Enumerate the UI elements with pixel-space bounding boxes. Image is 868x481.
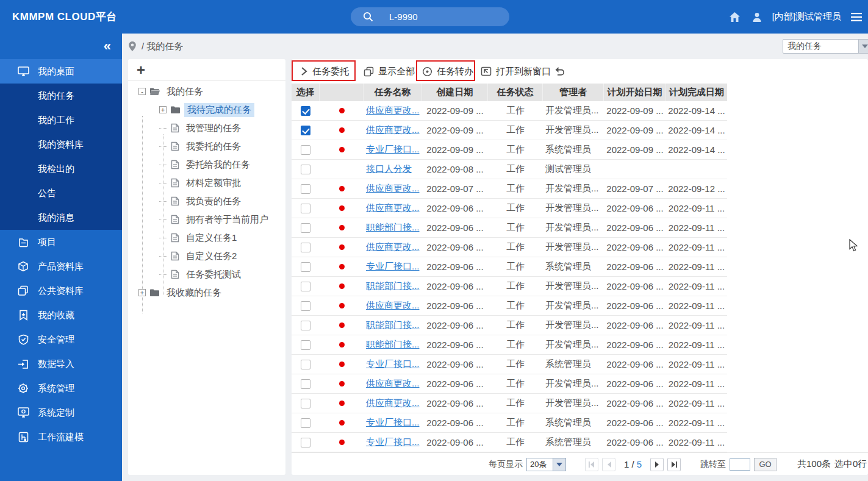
tree-node-8[interactable]: 自定义任务1 — [128, 229, 285, 247]
sidebar-item-11[interactable]: 安全管理 — [0, 327, 122, 352]
toolbar-button-任务委托[interactable]: 任务委托 — [300, 59, 349, 84]
tree-connector — [159, 219, 167, 220]
sidebar-item-6[interactable]: 我的消息 — [0, 205, 122, 230]
tree-node-10[interactable]: 任务委托测试 — [128, 265, 285, 283]
task-name-link[interactable]: 供应商更改... — [366, 124, 420, 136]
doc-icon — [171, 160, 179, 169]
task-name-link[interactable]: 接口人分发 — [366, 163, 412, 175]
tree-node-9[interactable]: 自定义任务2 — [128, 247, 285, 265]
tree-node-1[interactable]: +我待完成的任务 — [128, 101, 285, 119]
row-checkbox[interactable] — [301, 399, 310, 408]
task-name-link[interactable]: 供应商更改... — [366, 241, 420, 253]
task-name-link[interactable]: 供应商更改... — [366, 105, 420, 116]
sidebar-item-3[interactable]: 我的资料库 — [0, 132, 122, 157]
doc-icon — [171, 141, 179, 151]
row-checkbox[interactable] — [301, 165, 310, 174]
plan-start-cell: 2022-09-07 ... — [604, 179, 666, 198]
tree-node-7[interactable]: 拥有者等于当前用户 — [128, 210, 285, 229]
task-name-link[interactable]: 职能部门接... — [366, 222, 420, 233]
row-checkbox[interactable] — [301, 301, 310, 311]
column-header-1 — [320, 84, 364, 101]
sidebar-item-0[interactable]: 我的桌面 — [0, 59, 122, 84]
jump-to-input[interactable] — [730, 458, 750, 471]
task-name-link[interactable]: 供应商更改... — [366, 397, 420, 409]
created-date-cell: 2022-09-06 ... — [422, 335, 488, 354]
menu-icon[interactable] — [850, 10, 863, 24]
per-page-select[interactable]: 20条 — [526, 458, 553, 471]
row-checkbox[interactable] — [301, 418, 310, 428]
view-select-dropdown-button[interactable] — [858, 40, 868, 53]
first-page-button[interactable] — [585, 458, 598, 471]
sidebar-item-2[interactable]: 我的工作 — [0, 108, 122, 132]
row-checkbox[interactable] — [301, 126, 310, 135]
row-checkbox[interactable] — [301, 223, 310, 233]
row-checkbox[interactable] — [301, 321, 310, 330]
sidebar-item-9[interactable]: 公共资料库 — [0, 279, 122, 303]
view-select[interactable]: 我的任务 — [783, 39, 868, 54]
shield-icon — [17, 333, 29, 346]
task-name-link[interactable]: 职能部门接... — [366, 319, 420, 331]
toolbar-button-undo[interactable] — [554, 59, 565, 84]
row-checkbox[interactable] — [301, 243, 310, 252]
tree-node-2[interactable]: 我管理的任务 — [128, 119, 285, 137]
tree-node-6[interactable]: 我负责的任务 — [128, 192, 285, 210]
sidebar-item-1[interactable]: 我的任务 — [0, 84, 122, 108]
tree-expander-collapse-icon[interactable]: - — [138, 88, 146, 95]
toolbar-button-打开到新窗口[interactable]: 打开到新窗口 — [481, 59, 551, 84]
home-icon[interactable] — [728, 10, 742, 24]
row-checkbox[interactable] — [301, 360, 310, 369]
task-name-link[interactable]: 供应商更改... — [366, 183, 420, 194]
task-name-link[interactable]: 专业厂接口... — [366, 417, 420, 429]
row-checkbox[interactable] — [301, 262, 310, 272]
tree-node-5[interactable]: 材料定额审批 — [128, 174, 285, 192]
tree-node-4[interactable]: 委托给我的任务 — [128, 155, 285, 174]
add-node-button[interactable]: + — [137, 63, 145, 77]
go-button[interactable]: GO — [754, 458, 777, 471]
task-name-link[interactable]: 专业厂接口... — [366, 358, 420, 370]
current-user-label[interactable]: [内部]测试管理员 — [772, 11, 841, 23]
status-dot-icon — [339, 205, 345, 211]
prev-page-button[interactable] — [602, 458, 615, 471]
task-name-link[interactable]: 专业厂接口... — [366, 144, 420, 155]
next-page-button[interactable] — [650, 458, 664, 471]
row-checkbox[interactable] — [301, 438, 310, 447]
row-checkbox[interactable] — [301, 145, 310, 155]
toolbar-button-任务转办[interactable]: 任务转办 — [422, 59, 473, 84]
task-name-link[interactable]: 专业厂接口... — [366, 261, 420, 273]
tree-node-label: 材料定额审批 — [183, 176, 244, 190]
sidebar-item-8[interactable]: 产品资料库 — [0, 254, 122, 279]
tree-expander-expand-icon[interactable]: + — [159, 106, 167, 113]
task-name-link[interactable]: 职能部门接... — [366, 280, 420, 292]
sidebar-item-7[interactable]: 项目 — [0, 230, 122, 254]
task-name-link[interactable]: 职能部门接... — [366, 339, 420, 351]
user-icon[interactable] — [750, 10, 764, 24]
toolbar-button-显示全部[interactable]: 显示全部 — [364, 59, 415, 84]
sidebar-item-14[interactable]: 系统定制 — [0, 401, 122, 425]
sidebar-item-12[interactable]: 数据导入 — [0, 352, 122, 376]
tree-node-3[interactable]: 我委托的任务 — [128, 137, 285, 155]
row-checkbox[interactable] — [301, 204, 310, 213]
task-name-link[interactable]: 供应商更改... — [366, 202, 420, 214]
global-search-input[interactable]: L-9990 — [351, 7, 509, 26]
tree-node-11[interactable]: +我收藏的任务 — [128, 283, 285, 302]
sidebar-collapse-button[interactable]: « — [104, 40, 111, 53]
row-checkbox[interactable] — [301, 106, 310, 116]
task-name-link[interactable]: 专业厂接口... — [366, 436, 420, 448]
sidebar-item-15[interactable]: 工作流建模 — [0, 425, 122, 449]
sidebar-item-10[interactable]: 我的收藏 — [0, 303, 122, 327]
row-checkbox[interactable] — [301, 282, 310, 291]
row-checkbox[interactable] — [301, 379, 310, 389]
task-name-link[interactable]: 供应商更改... — [366, 378, 420, 390]
task-name-link[interactable]: 供应商更改... — [366, 300, 420, 312]
sidebar-item-13[interactable]: 系统管理 — [0, 376, 122, 401]
tree-node-0[interactable]: -我的任务 — [128, 82, 285, 101]
tree-expander-expand-icon[interactable]: + — [138, 289, 146, 296]
row-checkbox[interactable] — [301, 184, 310, 194]
sidebar-item-4[interactable]: 我检出的 — [0, 157, 122, 181]
status-dot-icon — [339, 362, 345, 367]
sidebar-item-5[interactable]: 公告 — [0, 181, 122, 205]
row-checkbox[interactable] — [301, 340, 310, 350]
per-page-dropdown-button[interactable] — [553, 458, 566, 471]
last-page-button[interactable] — [667, 458, 681, 471]
created-date-cell: 2022-09-06 ... — [422, 374, 488, 393]
